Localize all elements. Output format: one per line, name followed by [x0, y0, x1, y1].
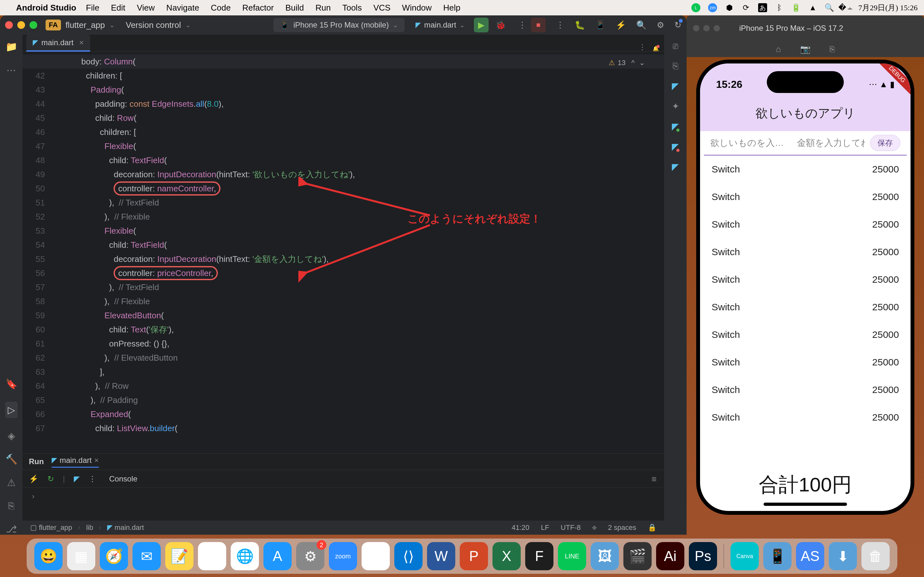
more-actions-icon[interactable]: ⋮	[89, 474, 96, 484]
input-source-icon[interactable]: あ	[758, 3, 767, 12]
dock-freeform[interactable]: ∿	[198, 542, 226, 570]
list-item[interactable]: Switch25000	[700, 155, 911, 183]
list-item[interactable]: Switch25000	[700, 183, 911, 211]
list-item[interactable]: Switch25000	[700, 266, 911, 293]
dock-safari[interactable]: 🧭	[100, 542, 128, 570]
menu-edit[interactable]: Edit	[111, 3, 126, 13]
dock-chrome[interactable]: 🌐	[231, 542, 259, 570]
flash-icon[interactable]: ⚡	[615, 20, 626, 30]
battery-icon[interactable]: 🔋	[792, 3, 800, 12]
list-item[interactable]: Switch25000	[700, 238, 911, 266]
list-item[interactable]: Switch25000	[700, 321, 911, 348]
ai-assistant-icon[interactable]: ✦	[672, 101, 679, 111]
menu-code[interactable]: Code	[211, 3, 231, 13]
dock-appstore[interactable]: A	[263, 542, 292, 570]
indent[interactable]: 2 spaces	[608, 524, 636, 532]
stop-button[interactable]: ■	[531, 18, 546, 32]
dock-photoshop[interactable]: Ps	[689, 542, 717, 570]
debug-icon[interactable]: 🐛	[575, 20, 585, 30]
menu-help[interactable]: Help	[443, 3, 460, 13]
editor-tab[interactable]: ◤ main.dart ×	[26, 34, 90, 52]
dock-finder[interactable]: 😀	[34, 542, 63, 570]
dock-powerpoint[interactable]: P	[460, 542, 488, 570]
zoom-menubar-icon[interactable]: zm	[708, 3, 717, 12]
run-panel-tab[interactable]: ◤ main.dart ×	[52, 456, 99, 468]
dock-settings[interactable]: ⚙2	[296, 542, 325, 570]
price-textfield[interactable]: 金額を入力してね	[797, 137, 865, 149]
window-controls[interactable]	[687, 25, 720, 31]
device-selector[interactable]: 📱 iPhone 15 Pro Max (mobile) ⌄	[273, 18, 404, 32]
version-control-menu[interactable]: Version control	[126, 20, 181, 30]
vcs-tool-icon[interactable]: ⎇	[6, 524, 17, 535]
flutter-perf-icon[interactable]: ◤	[672, 121, 679, 132]
dock-line[interactable]: LINE	[558, 542, 586, 570]
dock-xcode-sim[interactable]: 📱	[763, 542, 792, 570]
run-tool-icon[interactable]: ▷	[5, 402, 18, 418]
dock-launchpad[interactable]: ▦	[67, 542, 95, 570]
run-configuration[interactable]: ◤ main.dart ⌄	[415, 21, 465, 29]
readonly-icon[interactable]: ⎆	[592, 524, 596, 532]
console-tab[interactable]: Console	[109, 474, 137, 484]
dock-trash[interactable]: 🗑	[861, 542, 890, 570]
screenshot-icon[interactable]: 📷	[800, 44, 811, 54]
more-icon[interactable]: ⋮	[556, 20, 564, 30]
updates-icon[interactable]: ↻	[674, 20, 682, 30]
dock-notes[interactable]: 📝	[165, 542, 194, 570]
chevron-down-icon[interactable]: ⌄	[186, 21, 191, 29]
run-button[interactable]: ▶	[474, 18, 489, 32]
dock-slack[interactable]: ⁂	[362, 542, 390, 570]
chevron-down-icon[interactable]: ⌄	[110, 21, 115, 29]
spotlight-icon[interactable]: 🔍	[825, 3, 834, 12]
dock-illustrator[interactable]: Ai	[656, 542, 684, 570]
dock-finalcut[interactable]: 🎬	[624, 542, 652, 570]
list-item[interactable]: Switch25000	[700, 211, 911, 238]
expand-icon[interactable]: ›	[32, 492, 34, 501]
save-button[interactable]: 保存	[870, 135, 900, 151]
flutter-outline-icon[interactable]: ⎚	[673, 41, 678, 51]
dock-downloads[interactable]: ⬇	[829, 542, 857, 570]
list-item[interactable]: Switch25000	[700, 404, 911, 431]
wishlist[interactable]: Switch25000Switch25000Switch25000Switch2…	[700, 155, 911, 464]
device-file-explorer-icon[interactable]: ⎘	[673, 61, 678, 71]
menubar-sync-icon[interactable]: ⟳	[741, 3, 750, 12]
list-item[interactable]: Switch25000	[700, 376, 911, 404]
breadcrumb[interactable]: ◤ main.dart	[107, 524, 144, 532]
flutter-icon[interactable]: ◤	[672, 141, 679, 152]
menu-build[interactable]: Build	[285, 3, 304, 13]
rerun-icon[interactable]: ⚡	[29, 474, 39, 484]
menu-run[interactable]: Run	[315, 3, 331, 13]
dock-mail[interactable]: ✉	[132, 542, 161, 570]
inspector-icon[interactable]: ◈	[8, 430, 15, 442]
menubar-datetime[interactable]: 7月29日(月) 15:26	[858, 3, 918, 13]
cursor-position[interactable]: 41:20	[512, 524, 529, 532]
menu-tools[interactable]: Tools	[342, 3, 362, 13]
control-center-icon[interactable]: �⫠	[842, 3, 851, 12]
dock-word[interactable]: W	[427, 542, 455, 570]
list-item[interactable]: Switch25000	[700, 293, 911, 321]
device-manager-icon[interactable]: 📱	[595, 20, 606, 30]
build-tool-icon[interactable]: 🔨	[5, 454, 17, 465]
dock-excel[interactable]: X	[493, 542, 521, 570]
breadcrumb[interactable]: ▢ flutter_app	[30, 524, 72, 532]
flutter-icon[interactable]: ◤	[672, 161, 679, 172]
flutter-inspector-icon[interactable]: ◤	[672, 81, 679, 91]
menu-window[interactable]: Window	[402, 3, 431, 13]
code-editor[interactable]: 4142434445464748495051525354555657585960…	[23, 52, 664, 453]
home-indicator[interactable]	[764, 503, 847, 506]
dock-preview[interactable]: 🖼	[591, 542, 619, 570]
encoding[interactable]: UTF-8	[561, 524, 581, 532]
dock-vscode[interactable]: ⟨⟩	[394, 542, 423, 570]
dock-zoom[interactable]: zoom	[329, 542, 357, 570]
tab-more-icon[interactable]: ⋮	[638, 43, 646, 52]
menu-refactor[interactable]: Refactor	[242, 3, 274, 13]
project-tool-icon[interactable]: 📁	[5, 41, 17, 52]
debug-button[interactable]: 🐞	[493, 18, 508, 32]
terminal-icon[interactable]: ⎘	[8, 500, 14, 511]
dock-android-studio[interactable]: AS	[796, 542, 824, 570]
project-name[interactable]: flutter_app	[65, 20, 105, 30]
line-ending[interactable]: LF	[541, 524, 549, 532]
window-controls[interactable]	[5, 21, 37, 29]
close-icon[interactable]: ×	[79, 38, 84, 47]
bluetooth-icon[interactable]: ᛒ	[775, 3, 784, 12]
menu-navigate[interactable]: Navigate	[166, 3, 199, 13]
